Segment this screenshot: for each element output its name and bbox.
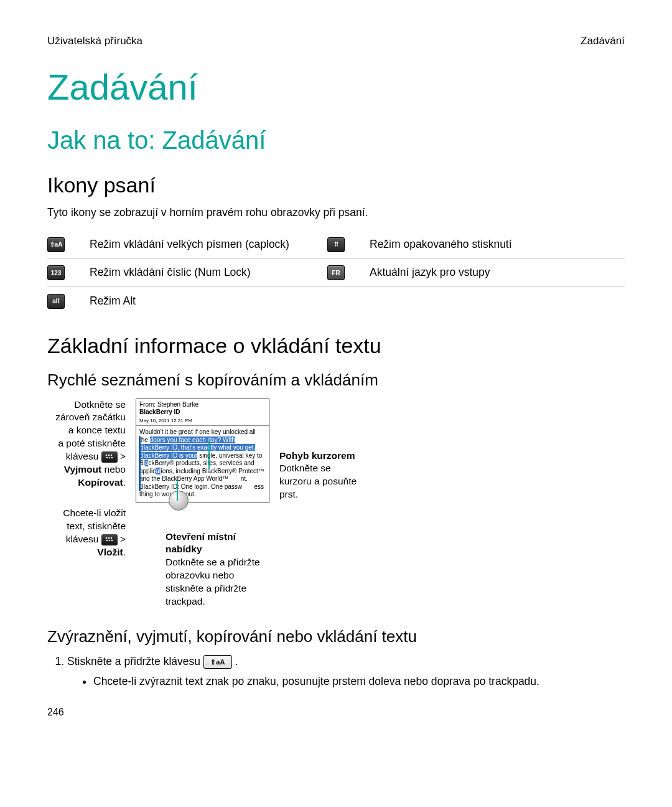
icon-label: Režim vkládání velkých písmen (caplock) <box>90 230 327 258</box>
svg-point-8 <box>110 537 112 539</box>
svg-point-3 <box>106 457 108 459</box>
table-row: alt Režim Alt <box>47 287 625 315</box>
icon-label: Režim Alt <box>90 287 327 315</box>
icon-label: Režim vkládání číslic (Num Lock) <box>90 258 327 287</box>
highlight-heading: Zvýraznění, vyjmutí, kopírování nebo vkl… <box>47 627 625 646</box>
page-title: Zadávání <box>47 66 625 108</box>
quick-heading: Rychlé seznámení s kopírováním a vkládán… <box>47 370 625 390</box>
caplock-icon: ⇧aA <box>47 237 65 252</box>
header-right: Zadávání <box>581 35 625 47</box>
steps-list: Stiskněte a přidržte klávesu ⇧aA . Chcet… <box>47 655 625 688</box>
list-item: Chcete-li zvýraznit text znak po znaku, … <box>93 675 625 688</box>
svg-point-1 <box>108 455 110 456</box>
icon-table: ⇧aA Režim vkládání velkých písmen (caplo… <box>47 230 625 315</box>
svg-point-7 <box>108 537 110 539</box>
svg-point-6 <box>105 537 107 539</box>
menu-key-icon <box>101 451 118 463</box>
svg-point-4 <box>108 457 110 459</box>
list-item: Stiskněte a přidržte klávesu ⇧aA . Chcet… <box>67 655 625 688</box>
page-number: 246 <box>47 707 625 718</box>
copy-paste-figure: Dotkněte se zároveň začátku a konce text… <box>47 399 625 609</box>
selection-bar-icon <box>139 436 141 491</box>
figure-left-captions: Dotkněte se zároveň začátku a konce text… <box>47 399 126 577</box>
svg-point-10 <box>108 539 110 541</box>
figure-mail-mock: From: Stephen Burke BlackBerry ID May 10… <box>136 399 269 609</box>
svg-point-11 <box>111 539 113 541</box>
header: Uživatelská příručka Zadávání <box>47 35 625 47</box>
svg-point-5 <box>111 457 113 459</box>
menu-key-icon <box>101 534 118 545</box>
svg-point-0 <box>105 455 107 456</box>
shift-aA-key-icon: ⇧aA <box>203 655 232 669</box>
icon-label: Režim opakovaného stisknutí <box>370 230 625 258</box>
figure-mid-caption: Otevření místní nabídky Dotkněte se a př… <box>136 531 269 609</box>
cursor-handle-icon <box>169 491 189 511</box>
table-row: 123 Režim vkládání číslic (Num Lock) FR … <box>47 258 625 287</box>
icons-heading: Ikony psaní <box>47 173 625 197</box>
svg-point-9 <box>106 539 108 541</box>
table-row: ⇧aA Režim vkládání velkých písmen (caplo… <box>47 230 625 258</box>
icons-intro: Tyto ikony se zobrazují v horním pravém … <box>47 206 625 219</box>
callout-line-icon <box>177 479 178 501</box>
numlock-icon: 123 <box>47 265 65 280</box>
language-icon: FR <box>327 265 345 280</box>
header-left: Uživatelská příručka <box>47 35 142 47</box>
figure-right-caption: Pohyb kurzorem Dotkněte se kurzoru a pos… <box>279 399 360 502</box>
svg-point-2 <box>110 455 112 456</box>
alt-icon: alt <box>47 294 65 309</box>
callout-line-icon <box>208 441 210 469</box>
multitap-icon: ⠿ <box>327 237 345 252</box>
icon-label: Aktuální jazyk pro vstupy <box>370 258 625 287</box>
section-heading: Jak na to: Zadávání <box>47 126 625 154</box>
basics-heading: Základní informace o vkládání textu <box>47 334 625 358</box>
